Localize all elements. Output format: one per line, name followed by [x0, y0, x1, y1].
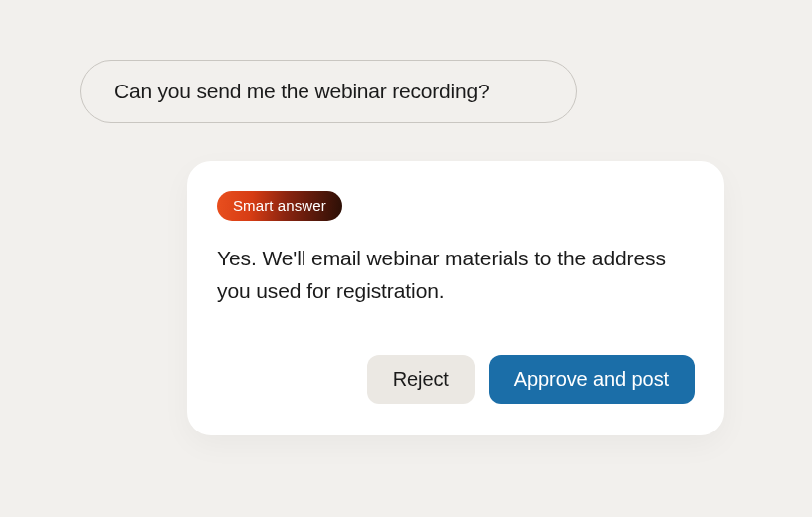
smart-answer-badge: Smart answer — [217, 191, 342, 221]
approve-and-post-button[interactable]: Approve and post — [489, 355, 695, 404]
question-bubble: Can you send me the webinar recording? — [80, 60, 577, 123]
question-text: Can you send me the webinar recording? — [114, 80, 542, 103]
action-button-row: Reject Approve and post — [217, 355, 695, 404]
reject-button[interactable]: Reject — [367, 355, 475, 404]
smart-answer-card: Smart answer Yes. We'll email webinar ma… — [187, 161, 724, 435]
answer-text: Yes. We'll email webinar materials to th… — [217, 243, 695, 307]
